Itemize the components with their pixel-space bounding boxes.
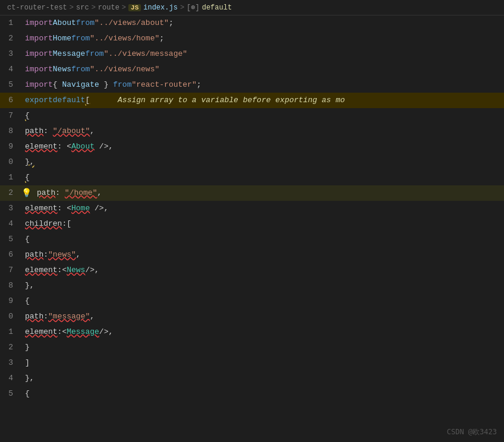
line-number: 4 bbox=[0, 62, 23, 77]
code-line-6: 6 export default [ Assign array to a var… bbox=[0, 93, 504, 108]
line-number: 9 bbox=[0, 293, 23, 309]
line-content: element:<Message/>, bbox=[23, 324, 504, 340]
code-line-20: 0 path:"message", bbox=[0, 309, 504, 324]
bc-src: src bbox=[76, 4, 89, 12]
code-line-21: 1 element:<Message/>, bbox=[0, 324, 504, 340]
code-line-18: 8 }, bbox=[0, 278, 504, 293]
line-number: 2 bbox=[0, 340, 23, 355]
line-content: import About from "../views/about"; bbox=[23, 15, 504, 31]
line-number: 8 bbox=[0, 278, 23, 293]
watermark: CSDN @欧3423 bbox=[447, 427, 497, 437]
line-content: } bbox=[23, 340, 504, 355]
code-line-17: 7 element:<News/>, bbox=[0, 263, 504, 278]
breadcrumb-bar: ct-router-test > src > route > JS index.… bbox=[0, 0, 504, 15]
line-content: import News from "../views/news" bbox=[23, 62, 504, 77]
line-number: 1 bbox=[0, 15, 23, 31]
line-content: { bbox=[23, 386, 504, 402]
bc-project: ct-router-test bbox=[7, 4, 67, 12]
line-content: export default [ Assign array to a varia… bbox=[23, 93, 504, 108]
bc-sep1: > bbox=[70, 4, 74, 12]
code-line-5: 5 import { Navigate } from "react-router… bbox=[0, 77, 504, 93]
line-content: { bbox=[23, 293, 504, 309]
line-content: path: "/about", bbox=[23, 124, 504, 139]
line-content: import Message from "../views/message" bbox=[23, 46, 504, 62]
code-line-19: 9 { bbox=[0, 293, 504, 309]
line-number: 6 bbox=[0, 247, 23, 263]
code-line-4: 4 import News from "../views/news" bbox=[0, 62, 504, 77]
bc-route: route bbox=[98, 4, 119, 12]
line-number: 3 bbox=[0, 355, 23, 371]
bc-sep4: > bbox=[180, 4, 184, 12]
code-line-25: 5 { bbox=[0, 386, 504, 402]
line-content: import { Navigate } from "react-router"; bbox=[23, 77, 504, 93]
line-number: 7 bbox=[0, 108, 23, 124]
code-line-10: 0 }, bbox=[0, 154, 504, 170]
line-content: }, bbox=[23, 371, 504, 386]
code-line-1: 1 import About from "../views/about"; bbox=[0, 15, 504, 31]
line-number: 5 bbox=[0, 77, 23, 93]
line-number: 3 bbox=[0, 201, 23, 216]
line-content: element: <Home />, bbox=[23, 201, 504, 216]
bc-sep3: > bbox=[122, 4, 126, 12]
line-content: path:"news", bbox=[23, 247, 504, 263]
line-number: 1 bbox=[0, 170, 23, 185]
code-line-16: 6 path:"news", bbox=[0, 247, 504, 263]
line-number: 5 bbox=[0, 232, 23, 247]
line-content: { bbox=[23, 108, 504, 124]
code-line-3: 3 import Message from "../views/message" bbox=[0, 46, 504, 62]
line-number: 1 bbox=[0, 324, 23, 340]
code-line-2: 2 import Home from "../views/home"; bbox=[0, 31, 504, 46]
code-line-7: 7 { bbox=[0, 108, 504, 124]
line-number: 0 bbox=[0, 154, 23, 170]
bc-sep2: > bbox=[92, 4, 96, 12]
line-content: }, bbox=[23, 278, 504, 293]
code-line-15: 5 { bbox=[0, 232, 504, 247]
line-number: 2 bbox=[0, 185, 23, 201]
line-content: { bbox=[23, 232, 504, 247]
code-line-9: 9 element: <About />, bbox=[0, 139, 504, 154]
line-number: 2 bbox=[0, 31, 23, 46]
code-container: 1 import About from "../views/about"; 2 … bbox=[0, 15, 504, 442]
line-content: ] bbox=[23, 355, 504, 371]
code-line-14: 4 children:[ bbox=[0, 216, 504, 232]
bc-js-badge: JS bbox=[128, 4, 141, 11]
lightbulb-icon[interactable]: 💡 bbox=[21, 188, 32, 198]
line-number: 9 bbox=[0, 139, 23, 154]
code-line-22: 2 } bbox=[0, 340, 504, 355]
line-content: children:[ bbox=[23, 216, 504, 232]
line-number: 7 bbox=[0, 263, 23, 278]
line-content: element:<News/>, bbox=[23, 263, 504, 278]
line-number: 4 bbox=[0, 216, 23, 232]
code-line-23: 3 ] bbox=[0, 355, 504, 371]
line-number: 5 bbox=[0, 386, 23, 402]
line-number: 0 bbox=[0, 309, 23, 324]
code-line-11: 1 { bbox=[0, 170, 504, 185]
line-content: 💡 path: "/home", bbox=[23, 185, 504, 201]
line-content: path:"message", bbox=[23, 309, 504, 324]
bc-filename[interactable]: index.js bbox=[143, 4, 178, 12]
code-line-8: 8 path: "/about", bbox=[0, 124, 504, 139]
line-number: 3 bbox=[0, 46, 23, 62]
code-line-13: 3 element: <Home />, bbox=[0, 201, 504, 216]
code-line-24: 4 }, bbox=[0, 371, 504, 386]
line-content: }, bbox=[23, 154, 504, 170]
code-line-12: 2 💡 path: "/home", bbox=[0, 185, 504, 201]
line-content: element: <About />, bbox=[23, 139, 504, 154]
bc-default: default bbox=[202, 4, 232, 12]
line-content: import Home from "../views/home"; bbox=[23, 31, 504, 46]
bc-icon-at: [⊛] bbox=[187, 3, 200, 12]
line-number: 4 bbox=[0, 371, 23, 386]
line-content: { bbox=[23, 170, 504, 185]
line-number: 6 bbox=[0, 93, 23, 108]
line-number: 8 bbox=[0, 124, 23, 139]
